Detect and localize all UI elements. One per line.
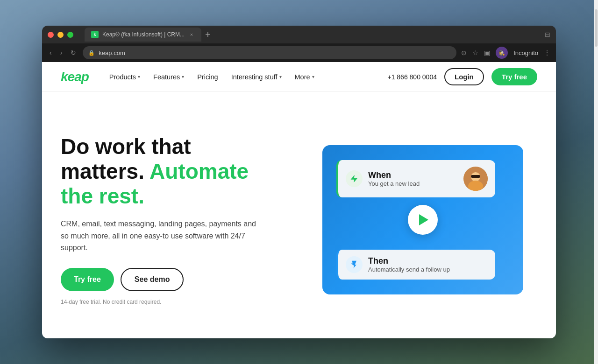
back-button[interactable]: ‹	[48, 47, 54, 58]
tab-title: Keap® (fka Infusionsoft) | CRM...	[102, 31, 185, 38]
chevron-down-icon: ▾	[138, 74, 140, 79]
phone-number: +1 866 800 0004	[387, 73, 437, 81]
lead-avatar	[463, 167, 488, 191]
address-bar-actions: ⊙ ☆ ▣ 🕵 Incognito ⋮	[461, 47, 550, 59]
site-nav: keap Products ▾ Features ▾ Pricing Inter…	[42, 62, 556, 92]
new-tab-button[interactable]: +	[201, 29, 214, 40]
fine-print: 14-day free trial. No credit card requir…	[61, 299, 304, 305]
then-subtitle: Automatically send a follow up	[368, 266, 488, 273]
nav-interesting-stuff[interactable]: Interesting stuff ▾	[226, 70, 287, 84]
hero-try-free-button[interactable]: Try free	[61, 268, 114, 291]
try-free-nav-button[interactable]: Try free	[491, 68, 537, 85]
login-button[interactable]: Login	[444, 68, 484, 85]
tab-close-icon[interactable]: ×	[188, 31, 195, 38]
title-bar: k Keap® (fka Infusionsoft) | CRM... × + …	[42, 26, 556, 43]
when-icon	[346, 170, 363, 187]
tab-favicon: k	[91, 31, 99, 38]
url-text: keap.com	[99, 49, 125, 56]
nav-right-actions: +1 866 800 0004 Login Try free	[387, 68, 537, 85]
bookmark-icon[interactable]: ☆	[472, 49, 478, 56]
sidebar-toggle-icon[interactable]: ⊟	[545, 31, 550, 38]
nav-products[interactable]: Products ▾	[104, 70, 146, 84]
nav-pricing[interactable]: Pricing	[192, 70, 223, 84]
when-subtitle: You get a new lead	[368, 180, 458, 187]
chevron-down-icon: ▾	[312, 74, 314, 79]
when-label: When	[368, 170, 458, 180]
maximize-button[interactable]	[67, 32, 73, 38]
nav-features[interactable]: Features ▾	[148, 70, 190, 84]
lock-icon: 🔒	[88, 50, 95, 56]
hero-see-demo-button[interactable]: See demo	[121, 268, 184, 291]
chevron-down-icon: ▾	[279, 74, 282, 79]
reload-button[interactable]: ↻	[69, 47, 78, 58]
chevron-down-icon: ▾	[182, 74, 184, 79]
then-icon	[346, 256, 363, 273]
play-button[interactable]	[408, 205, 438, 235]
url-bar[interactable]: 🔒 keap.com	[83, 46, 456, 59]
then-card-text: Then Automatically send a follow up	[368, 256, 488, 273]
hero-section: Do work thatmatters. Automatethe rest. C…	[42, 92, 556, 338]
browser-tab[interactable]: k Keap® (fka Infusionsoft) | CRM... ×	[85, 28, 201, 42]
nav-more[interactable]: More ▾	[289, 70, 320, 84]
hero-heading: Do work thatmatters. Automatethe rest.	[61, 134, 304, 209]
when-card-text: When You get a new lead	[368, 170, 458, 187]
then-label: Then	[368, 256, 488, 266]
then-card: Then Automatically send a follow up	[336, 250, 495, 280]
tab-grid-icon[interactable]: ▣	[484, 49, 490, 56]
minimize-button[interactable]	[57, 32, 64, 38]
hero-illustration: When You get a new lead	[322, 145, 523, 294]
when-card: When You get a new lead	[336, 160, 495, 197]
menu-icon[interactable]: ⋮	[544, 49, 550, 56]
close-button[interactable]	[48, 32, 54, 38]
hero-description: CRM, email, text messaging, landing page…	[61, 218, 257, 254]
cast-icon[interactable]: ⊙	[461, 49, 467, 56]
site-logo[interactable]: keap	[61, 70, 89, 84]
forward-button[interactable]: ›	[58, 47, 64, 58]
incognito-badge: 🕵	[496, 47, 508, 59]
website-content: keap Products ▾ Features ▾ Pricing Inter…	[42, 62, 556, 338]
nav-links: Products ▾ Features ▾ Pricing Interestin…	[104, 70, 388, 84]
tab-bar: k Keap® (fka Infusionsoft) | CRM... × +	[85, 28, 541, 42]
incognito-label: Incognito	[513, 49, 538, 56]
browser-window: k Keap® (fka Infusionsoft) | CRM... × + …	[42, 26, 556, 338]
hero-text: Do work thatmatters. Automatethe rest. C…	[61, 134, 304, 305]
address-bar: ‹ › ↻ 🔒 keap.com ⊙ ☆ ▣ 🕵 Incognito ⋮	[42, 43, 556, 62]
hero-buttons: Try free See demo	[61, 268, 304, 291]
svg-rect-3	[471, 175, 480, 178]
play-icon	[419, 214, 428, 225]
